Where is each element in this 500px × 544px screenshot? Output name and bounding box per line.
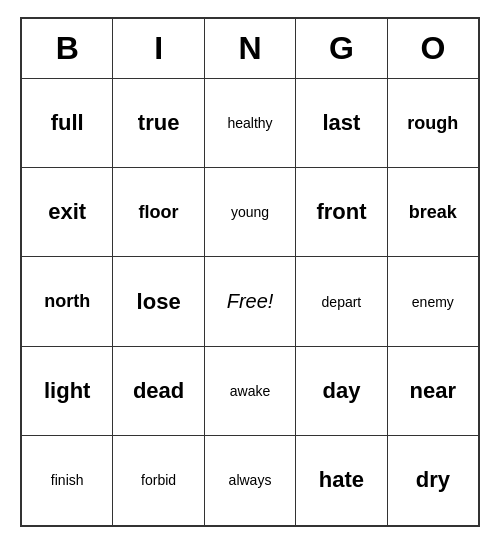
cell-text-1-4: break (409, 202, 457, 223)
bingo-cell-3-3: day (296, 347, 387, 436)
cell-text-1-1: floor (139, 202, 179, 223)
bingo-row-0: fulltruehealthylastrough (22, 79, 478, 168)
cell-text-3-0: light (44, 378, 90, 404)
bingo-card: BINGO fulltruehealthylastroughexitfloory… (20, 17, 480, 527)
bingo-cell-2-3: depart (296, 257, 387, 346)
cell-text-0-2: healthy (227, 115, 272, 131)
bingo-cell-3-2: awake (205, 347, 296, 436)
cell-text-4-2: always (229, 472, 272, 488)
bingo-cell-0-0: full (22, 79, 113, 168)
header-letter-N: N (205, 19, 296, 79)
cell-text-2-3: depart (322, 294, 362, 310)
cell-text-0-3: last (322, 110, 360, 136)
bingo-cell-4-1: forbid (113, 436, 204, 525)
bingo-cell-2-4: enemy (388, 257, 478, 346)
cell-text-0-0: full (51, 110, 84, 136)
bingo-cell-1-1: floor (113, 168, 204, 257)
bingo-row-2: northloseFree!departenemy (22, 257, 478, 346)
cell-text-3-2: awake (230, 383, 270, 399)
bingo-cell-2-0: north (22, 257, 113, 346)
bingo-body: fulltruehealthylastroughexitflooryoungfr… (22, 79, 478, 525)
bingo-cell-2-1: lose (113, 257, 204, 346)
cell-text-2-1: lose (137, 289, 181, 315)
cell-text-4-3: hate (319, 467, 364, 493)
bingo-cell-3-0: light (22, 347, 113, 436)
bingo-cell-3-1: dead (113, 347, 204, 436)
header-letter-G: G (296, 19, 387, 79)
bingo-cell-0-3: last (296, 79, 387, 168)
bingo-cell-4-2: always (205, 436, 296, 525)
bingo-row-4: finishforbidalwayshatedry (22, 436, 478, 525)
cell-text-1-0: exit (48, 199, 86, 225)
bingo-cell-3-4: near (388, 347, 478, 436)
cell-text-0-1: true (138, 110, 180, 136)
bingo-cell-1-2: young (205, 168, 296, 257)
bingo-cell-1-0: exit (22, 168, 113, 257)
header-letter-O: O (388, 19, 478, 79)
cell-text-4-0: finish (51, 472, 84, 488)
cell-text-3-3: day (322, 378, 360, 404)
header-letter-I: I (113, 19, 204, 79)
cell-text-0-4: rough (407, 113, 458, 134)
bingo-cell-1-3: front (296, 168, 387, 257)
bingo-cell-4-0: finish (22, 436, 113, 525)
bingo-cell-1-4: break (388, 168, 478, 257)
bingo-cell-4-3: hate (296, 436, 387, 525)
cell-text-2-4: enemy (412, 294, 454, 310)
cell-text-3-4: near (410, 378, 456, 404)
cell-text-3-1: dead (133, 378, 184, 404)
cell-text-4-4: dry (416, 467, 450, 493)
bingo-row-3: lightdeadawakedaynear (22, 347, 478, 436)
cell-text-2-0: north (44, 291, 90, 312)
bingo-row-1: exitflooryoungfrontbreak (22, 168, 478, 257)
bingo-cell-4-4: dry (388, 436, 478, 525)
cell-text-4-1: forbid (141, 472, 176, 488)
bingo-header: BINGO (22, 19, 478, 79)
bingo-cell-2-2: Free! (205, 257, 296, 346)
header-letter-B: B (22, 19, 113, 79)
bingo-cell-0-4: rough (388, 79, 478, 168)
cell-text-1-3: front (316, 199, 366, 225)
cell-text-2-2: Free! (227, 290, 274, 313)
cell-text-1-2: young (231, 204, 269, 220)
bingo-cell-0-1: true (113, 79, 204, 168)
bingo-cell-0-2: healthy (205, 79, 296, 168)
